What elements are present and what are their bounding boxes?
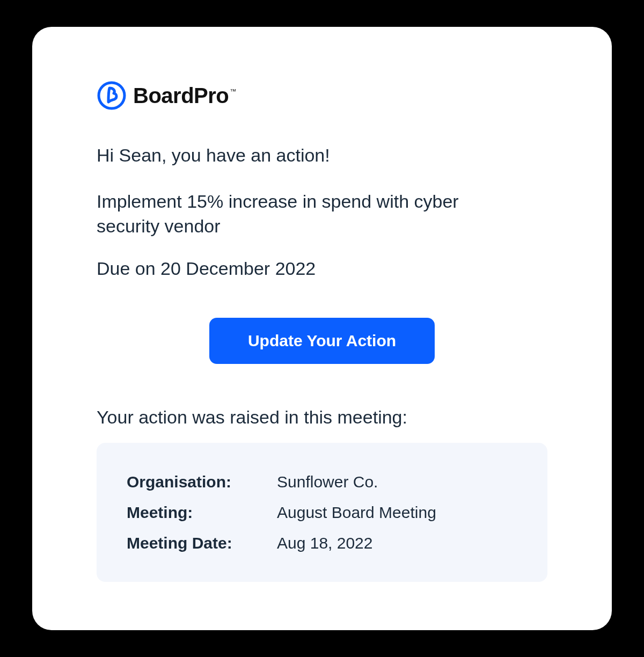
meeting-date-label: Meeting Date: <box>127 528 277 558</box>
brand-name-text: BoardPro <box>133 84 229 107</box>
raised-in-meeting-label: Your action was raised in this meeting: <box>97 407 547 428</box>
meeting-date-value: Aug 18, 2022 <box>277 528 373 558</box>
action-title: Implement 15% increase in spend with cyb… <box>97 189 504 239</box>
meeting-name-row: Meeting: August Board Meeting <box>127 497 517 528</box>
brand-logo: BoardPro™ <box>97 81 547 111</box>
svg-point-0 <box>99 83 125 108</box>
brand-tm: ™ <box>230 87 236 95</box>
brand-mark-icon <box>97 81 127 111</box>
greeting-text: Hi Sean, you have an action! <box>97 145 547 166</box>
cta-wrap: Update Your Action <box>97 318 547 364</box>
due-date: Due on 20 December 2022 <box>97 258 547 279</box>
meeting-date-row: Meeting Date: Aug 18, 2022 <box>127 528 517 558</box>
update-action-button[interactable]: Update Your Action <box>209 318 435 364</box>
meeting-org-label: Organisation: <box>127 466 277 497</box>
meeting-org-row: Organisation: Sunflower Co. <box>127 466 517 497</box>
notification-card: BoardPro™ Hi Sean, you have an action! I… <box>32 27 612 630</box>
meeting-org-value: Sunflower Co. <box>277 466 378 497</box>
brand-name: BoardPro™ <box>133 84 235 108</box>
meeting-name-value: August Board Meeting <box>277 497 436 528</box>
meeting-name-label: Meeting: <box>127 497 277 528</box>
meeting-details-box: Organisation: Sunflower Co. Meeting: Aug… <box>97 443 547 582</box>
